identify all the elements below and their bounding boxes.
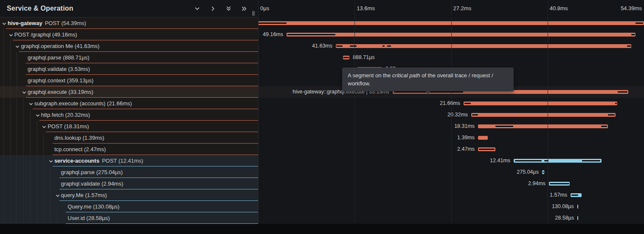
span-timeline-cell: 21.66ms — [258, 98, 644, 109]
span-name-cell[interactable]: dns.lookup (1.39ms) — [0, 132, 258, 144]
chevron-down-icon[interactable] — [42, 124, 47, 129]
span-label: subgraph.execute (accounts) (21.66ms) — [34, 98, 132, 109]
span-duration-label: 275.04µs — [517, 166, 539, 178]
span-row[interactable]: Query.me (130.08µs)130.08µs — [0, 201, 644, 212]
span-label: graphql.parse (888.71µs) — [28, 52, 90, 63]
double-chevron-down-icon[interactable] — [224, 4, 233, 13]
chevron-down-icon[interactable] — [8, 32, 14, 37]
service-name: hive-gateway — [8, 20, 42, 26]
span-duration-label: 20.32ms — [447, 109, 468, 121]
span-row[interactable]: tcp.connect (2.47ms)2.47ms — [0, 144, 644, 155]
span-row[interactable]: POST (18.31ms)18.31ms — [0, 121, 644, 132]
chevron-down-icon[interactable] — [28, 101, 34, 106]
axis-tick-label: 54.39ms — [621, 5, 642, 11]
span-name-cell[interactable]: POST (18.31ms) — [0, 121, 258, 132]
span-bar[interactable] — [471, 113, 616, 117]
span-row[interactable]: graphql.operation Me (41.63ms)41.63ms — [0, 40, 644, 52]
panel-resize-handle[interactable] — [253, 11, 257, 16]
chevron-down-icon[interactable] — [22, 89, 27, 94]
span-row[interactable]: query.Me (1.57ms)1.57ms — [0, 189, 644, 201]
span-label: http.fetch (20.32ms) — [41, 109, 90, 120]
span-row[interactable]: http.fetch (20.32ms)20.32ms — [0, 109, 644, 121]
trace-viewer: Service & Operation — [0, 0, 644, 234]
span-name-cell[interactable]: graphql.validate (2.94ms) — [0, 178, 258, 189]
span-name-cell[interactable]: graphql.validate (3.53ms) — [0, 63, 258, 75]
span-bar[interactable] — [287, 33, 636, 37]
span-label: graphql.validate (3.53ms) — [28, 63, 90, 74]
span-name-cell[interactable]: service-accountsPOST (12.41ms) — [0, 155, 258, 166]
tree-controls — [192, 0, 249, 17]
span-bar[interactable] — [258, 21, 644, 25]
span-bar[interactable] — [343, 56, 349, 59]
chevron-down-icon[interactable] — [15, 43, 20, 48]
span-bar[interactable] — [542, 170, 544, 174]
span-row[interactable]: graphql.validate (3.53ms)3.53ms — [0, 63, 644, 75]
span-name-cell[interactable]: subgraph.execute (accounts) (21.66ms) — [0, 98, 258, 109]
span-bar[interactable] — [577, 205, 578, 209]
span-name-cell[interactable]: http.fetch (20.32ms) — [0, 109, 258, 121]
span-bar[interactable] — [336, 44, 631, 48]
span-name-cell[interactable]: Query.me (130.08µs) — [0, 201, 258, 212]
chevron-down-icon[interactable] — [55, 192, 60, 197]
span-timeline-cell: 28.58µs — [258, 212, 644, 224]
critical-path-tooltip: A segment on the critical path of the ov… — [342, 68, 514, 91]
operation-name: POST (12.41ms) — [102, 158, 143, 164]
service-operation-header: Service & Operation — [0, 0, 258, 17]
span-timeline-cell: 130.08µs — [258, 201, 644, 212]
span-name-cell[interactable]: User.id (28.58µs) — [0, 212, 258, 224]
span-bar[interactable] — [478, 124, 608, 128]
tooltip-emphasis: critical path — [392, 72, 420, 79]
span-rows: hive-gatewayPOST (54.39ms)POST /graphql … — [0, 17, 644, 224]
span-label: graphql.context (359.13µs) — [28, 75, 93, 86]
span-timeline-cell: 888.71µs — [258, 52, 644, 63]
page-background — [0, 224, 644, 234]
span-timeline-cell: 12.41ms — [258, 155, 644, 166]
span-timeline-cell: 275.04µs — [258, 166, 644, 178]
span-timeline-cell: 18.31ms — [258, 121, 644, 132]
span-row[interactable]: service-accountsPOST (12.41ms)12.41ms — [0, 155, 644, 166]
span-bar[interactable] — [514, 159, 602, 163]
span-name-cell[interactable]: graphql.context (359.13µs) — [0, 75, 258, 86]
span-bar[interactable] — [464, 101, 617, 105]
operation-name: POST (54.39ms) — [45, 20, 86, 26]
span-name-cell[interactable]: hive-gatewayPOST (54.39ms) — [0, 17, 258, 29]
span-name-cell[interactable]: tcp.connect (2.47ms) — [0, 144, 258, 155]
chevron-down-icon[interactable] — [48, 158, 53, 163]
span-name-cell[interactable]: query.Me (1.57ms) — [0, 189, 258, 201]
chevron-down-icon[interactable] — [2, 20, 7, 25]
span-duration-label: 12.41ms — [490, 155, 510, 166]
span-bar[interactable] — [478, 136, 488, 140]
span-label: dns.lookup (1.39ms) — [54, 132, 104, 143]
span-duration-label: 1.57ms — [550, 189, 567, 201]
span-name-cell[interactable]: graphql.parse (275.04µs) — [0, 166, 258, 178]
span-timeline-cell: 20.32ms — [258, 109, 644, 121]
timeline-axis: 0µs13.6ms27.2ms40.8ms54.39ms — [258, 0, 644, 17]
span-bar[interactable] — [549, 182, 570, 186]
span-row[interactable]: graphql.parse (275.04µs)275.04µs — [0, 166, 644, 178]
span-bar[interactable] — [478, 147, 495, 151]
span-row[interactable]: graphql.validate (2.94ms)2.94ms — [0, 178, 644, 189]
span-row[interactable]: User.id (28.58µs)28.58µs — [0, 212, 644, 224]
span-row[interactable]: dns.lookup (1.39ms)1.39ms — [0, 132, 644, 144]
span-name-cell[interactable]: graphql.execute (33.19ms) — [0, 86, 258, 98]
span-row[interactable]: graphql.context (359.13µs)359.13µs — [0, 75, 644, 86]
double-chevron-right-icon[interactable] — [239, 4, 249, 13]
span-row[interactable]: hive-gatewayPOST (54.39ms) — [0, 17, 644, 29]
axis-tick-label: 27.2ms — [453, 5, 472, 11]
span-name-cell[interactable]: graphql.operation Me (41.63ms) — [0, 40, 258, 52]
span-bar[interactable] — [571, 193, 582, 197]
span-row[interactable]: graphql.parse (888.71µs)888.71µs — [0, 52, 644, 63]
span-name-cell[interactable]: graphql.parse (888.71µs) — [0, 52, 258, 63]
span-label: graphql.operation Me (41.63ms) — [21, 40, 99, 51]
span-row[interactable]: subgraph.execute (accounts) (21.66ms)21.… — [0, 98, 644, 109]
span-duration-label: 28.58µs — [555, 212, 574, 224]
span-row[interactable]: graphql.execute (33.19ms)hive-gateway::g… — [0, 86, 644, 98]
span-name-cell[interactable]: POST /graphql (49.16ms) — [0, 29, 258, 40]
span-row[interactable]: POST /graphql (49.16ms)49.16ms — [0, 29, 644, 40]
chevron-down-icon[interactable] — [35, 112, 40, 117]
span-bar[interactable] — [577, 216, 578, 220]
service-operation-title: Service & Operation — [0, 5, 73, 12]
chevron-right-icon[interactable] — [208, 4, 217, 13]
chevron-down-icon[interactable] — [192, 4, 202, 13]
span-timeline-cell: 1.57ms — [258, 189, 644, 201]
